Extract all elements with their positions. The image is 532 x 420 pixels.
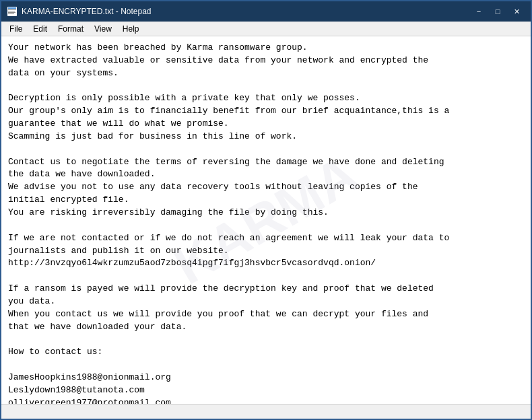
document-text: Your network has been breached by Karma … <box>8 42 524 404</box>
svg-rect-2 <box>8 9 16 10</box>
menu-file[interactable]: File <box>4 23 28 35</box>
minimize-button[interactable]: − <box>470 5 488 18</box>
menu-bar: File Edit Format View Help <box>1 22 531 36</box>
status-bar <box>1 404 531 419</box>
menu-help[interactable]: Help <box>117 23 145 35</box>
app-icon <box>7 6 18 17</box>
window-title: KARMA-ENCRYPTED.txt - Notepad <box>22 7 470 16</box>
svg-rect-4 <box>8 12 15 13</box>
svg-rect-1 <box>8 7 16 9</box>
text-editor-area[interactable]: KARMA Your network has been breached by … <box>1 36 531 404</box>
menu-view[interactable]: View <box>89 23 117 35</box>
title-bar: KARMA-ENCRYPTED.txt - Notepad − □ ✕ <box>1 1 531 22</box>
svg-rect-5 <box>8 13 14 14</box>
window-controls: − □ ✕ <box>470 5 525 18</box>
close-button[interactable]: ✕ <box>508 5 525 18</box>
menu-edit[interactable]: Edit <box>28 23 53 35</box>
svg-rect-3 <box>8 11 15 11</box>
maximize-button[interactable]: □ <box>489 5 506 18</box>
main-window: KARMA-ENCRYPTED.txt - Notepad − □ ✕ File… <box>0 0 532 420</box>
menu-format[interactable]: Format <box>53 23 89 35</box>
